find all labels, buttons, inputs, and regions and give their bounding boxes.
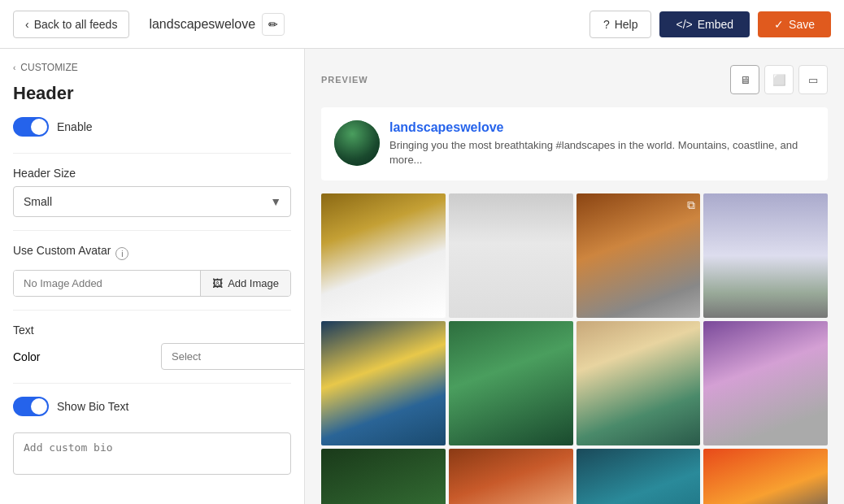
ig-username: landscapeswelove [389,120,815,135]
avatar-input-row: 🖼 Add Image [13,270,291,297]
code-icon: </> [676,18,692,31]
sidebar: ‹ CUSTOMIZE Header Enable Header Size Sm… [0,49,305,504]
pencil-icon: ✏ [268,18,278,31]
left-chevron-icon: ‹ [13,63,15,72]
show-bio-toggle[interactable] [13,397,49,416]
enable-label: Enable [57,120,93,133]
customize-nav[interactable]: ‹ CUSTOMIZE [13,62,291,73]
bio-textarea[interactable] [13,432,291,475]
feed-name-area: landscapeswelove ✏ [149,13,285,36]
edit-feed-name-button[interactable]: ✏ [262,13,285,36]
device-icons: 🖥 ⬜ ▭ [730,65,828,94]
save-label: Save [789,18,815,31]
instagram-header: landscapeswelove Bringing you the most b… [321,107,828,180]
main-layout: ‹ CUSTOMIZE Header Enable Header Size Sm… [0,49,844,504]
ig-bio: Bringing you the most breathtaking #land… [389,138,815,167]
photo-cell-7[interactable] [576,321,701,445]
save-button[interactable]: ✓ Save [758,11,831,37]
topbar-right: ? Help </> Embed ✓ Save [589,11,831,38]
text-color-row: Color [13,343,291,370]
color-label: Color [13,350,40,363]
avatar-row: Use Custom Avatar i [13,244,291,263]
help-circle-icon: ? [603,18,610,31]
topbar: ‹ Back to all feeds landscapeswelove ✏ ?… [0,0,844,49]
photo-cell-6[interactable] [449,321,573,445]
photo-cell-9[interactable] [321,449,446,504]
toggle-knob [31,119,47,135]
photo-cell-3[interactable]: ⧉ [576,193,701,318]
help-label: Help [615,18,638,31]
embed-button[interactable]: </> Embed [659,11,750,37]
preview-panel: PREVIEW 🖥 ⬜ ▭ landscapeswelove Bringing [305,49,844,504]
help-button[interactable]: ? Help [589,11,652,38]
add-image-label: Add Image [228,277,279,289]
desktop-icon: 🖥 [740,74,750,86]
show-bio-label: Show Bio Text [57,400,128,413]
photo-cell-12[interactable] [703,449,828,504]
topbar-left: ‹ Back to all feeds landscapeswelove ✏ [13,11,285,38]
preview-header: PREVIEW 🖥 ⬜ ▭ [321,65,828,94]
embed-label: Embed [698,18,733,31]
color-input[interactable] [161,343,305,370]
avatar-label: Use Custom Avatar [13,244,111,257]
color-select-wrapper [161,343,291,370]
customize-nav-label: CUSTOMIZE [20,62,77,73]
divider-1 [13,153,291,154]
show-bio-toggle-row: Show Bio Text [13,397,291,416]
enable-toggle[interactable] [13,117,49,137]
image-add-icon: 🖼 [212,277,223,289]
photo-grid: ⧉ [321,193,828,504]
tablet-landscape-view-button[interactable]: ⬜ [764,65,794,94]
photo-cell-4[interactable] [703,193,828,318]
photo-cell-2[interactable] [449,193,573,318]
add-image-button[interactable]: 🖼 Add Image [200,271,290,296]
tablet-portrait-icon: ▭ [808,74,818,86]
section-title: Header [13,83,291,104]
enable-toggle-row: Enable [13,117,291,137]
info-icon[interactable]: i [115,247,128,260]
photo-cell-10[interactable] [449,449,573,504]
copy-icon: ⧉ [687,198,695,212]
divider-3 [13,310,291,311]
back-chevron-icon: ‹ [25,18,29,31]
checkmark-icon: ✓ [774,18,784,31]
header-size-label: Header Size [13,167,291,180]
bio-toggle-knob [31,398,47,415]
photo-cell-11[interactable] [576,449,701,504]
avatar [334,120,380,166]
desktop-view-button[interactable]: 🖥 [730,65,759,94]
photo-cell-1[interactable] [321,193,446,318]
ig-info: landscapeswelove Bringing you the most b… [389,120,815,167]
text-section-label: Text [13,324,291,337]
avatar-image [334,120,380,166]
tablet-landscape-icon: ⬜ [772,74,786,86]
tablet-portrait-view-button[interactable]: ▭ [798,65,828,94]
feed-name: landscapeswelove [149,17,255,32]
photo-cell-8[interactable] [703,321,828,445]
header-size-select[interactable]: Small Medium Large [13,186,291,217]
preview-label: PREVIEW [321,75,368,85]
header-size-select-wrapper: Small Medium Large ▼ [13,186,291,217]
back-button[interactable]: ‹ Back to all feeds [13,11,129,38]
back-button-label: Back to all feeds [34,18,118,31]
divider-4 [13,383,291,384]
divider-2 [13,230,291,231]
avatar-input[interactable] [14,271,200,296]
photo-cell-5[interactable] [321,321,446,445]
